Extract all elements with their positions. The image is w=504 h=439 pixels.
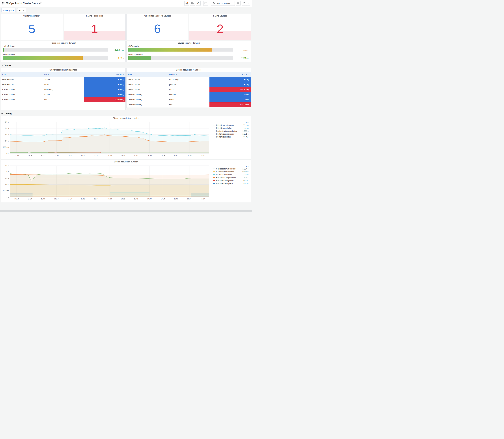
legend-item[interactable]: Kustomization/podinfo1.071 s [213,133,248,135]
refresh-button[interactable] [242,1,246,6]
chart-row-2: Source acquisition duration 0 s500 ms1.0… [0,159,252,202]
svg-text:2.0 s: 2.0 s [5,171,9,173]
series-color-marker [213,180,215,181]
table-row: KustomizationmonitoringReady [1,87,125,92]
bar-gauge-helmrelease: HelmRelease 43.6ms [3,45,124,51]
panel-title[interactable]: Kubernetes Manifests Sources [126,14,188,18]
status-badge: Ready [209,77,251,82]
status-badge: Ready [84,92,125,97]
panel-cluster-reconciliation-duration: Cluster reconciliation duration 0 s500 m… [1,116,251,159]
series-avg-value: 108 ms [243,179,248,182]
gauge-label: HelmRelease [3,45,124,47]
svg-text:2.0 s: 2.0 s [5,127,9,129]
section-row-timing[interactable]: Timing [1,112,251,115]
svg-text:16:05: 16:05 [174,154,178,156]
table-row: KustomizationpodinfoReady [1,92,125,97]
status-badge: Not Ready [84,97,125,102]
cell-name: test [43,97,84,102]
column-header-kind[interactable]: Kind [1,72,43,77]
svg-text:15:53: 15:53 [14,198,19,200]
legend-avg-header[interactable]: avg [213,122,248,123]
series-color-marker [213,174,215,175]
panel-title[interactable]: Source ops avg. duration [126,41,251,45]
cell-kind: HelmRepository [126,102,168,107]
series-color-marker [213,137,215,137]
clock-icon [212,2,215,4]
panel-title[interactable]: Source acquisition readiness [126,68,251,72]
panel-title[interactable]: Reconciler ops avg. duration [1,41,125,45]
zoom-out-button[interactable] [236,1,241,6]
time-series-plot[interactable]: 0 s500 ms1.0 s1.5 s2.0 s2.5 s15:5315:541… [2,121,211,158]
series-color-marker [213,171,215,172]
svg-text:16:01: 16:01 [121,198,125,200]
variable-namespace-label[interactable]: namespace [1,8,15,12]
cycle-view-mode-button[interactable] [203,1,208,6]
series-avg-value: 1.071 s [243,133,248,135]
legend-item[interactable]: GitRepository/podinfo980 ms [213,170,248,173]
svg-text:16:04: 16:04 [161,198,165,200]
column-header-status[interactable]: Status [84,72,125,77]
legend-avg-header[interactable]: avg [213,165,248,167]
panel-title[interactable]: Cluster Reconcilers [1,14,63,18]
column-header-name[interactable]: Name [43,72,84,77]
time-series-plot[interactable]: 0 s500 ms1.0 s1.5 s2.0 s2.5 s15:5315:541… [2,164,211,201]
apps-grid-icon[interactable] [2,2,5,5]
cell-kind: GitRepository [126,87,168,92]
dashboard-variables: namespace All [0,7,252,14]
readiness-table: Kind Name Status GitRepositorymonitoring… [126,72,251,107]
legend-item[interactable]: HelmRepository/bitnami1.695 s [213,176,248,179]
gauge-track [128,48,233,51]
legend-item[interactable]: HelmRelease/minio16 ms [213,127,248,130]
status-badge: Ready [209,92,251,97]
legend-item[interactable]: HelmRelease/contour71 ms [213,124,248,127]
dashboard-settings-button[interactable]: ⚙ [196,1,201,6]
series-color-marker [213,125,215,125]
variable-namespace-value: All [19,9,21,12]
dashboard-header: GitOps Toolkit Cluster Stats ⚙ Last 15 m… [0,0,252,7]
panel-title[interactable]: Source acquisition duration [1,160,251,164]
svg-text:16:03: 16:03 [147,198,151,200]
panel-title[interactable]: Failing Sources [189,14,251,18]
panel-title[interactable]: Cluster reconciliation duration [1,116,251,120]
section-row-status[interactable]: Status [1,64,251,67]
time-range-picker[interactable]: Last 15 minutes [211,1,235,6]
legend-item[interactable]: Kustomization/monitoring1.605 s [213,130,248,133]
share-icon[interactable] [39,2,41,4]
svg-text:16:06: 16:06 [187,154,191,156]
cell-kind: HelmRepository [126,97,168,102]
series-color-marker [213,128,215,128]
svg-text:16:07: 16:07 [201,154,205,156]
panel-title[interactable]: Failing Reconcilers [64,14,125,18]
stat-value: 5 [28,23,35,35]
refresh-interval-dropdown[interactable] [246,1,250,6]
chevron-down-icon [1,64,3,66]
table-row: KustomizationtestNot Ready [1,97,125,102]
variable-namespace-select[interactable]: All [17,8,26,12]
filter-icon [7,73,9,75]
series-name: HelmRelease/minio [216,127,244,129]
bar-gauge-helmrepository: HelmRepository 879ms [128,54,249,60]
series-avg-value: 71 ms [244,124,248,126]
svg-text:15:57: 15:57 [68,198,72,200]
legend-item[interactable]: Kustomization/test84 ms [213,135,248,138]
column-header-status[interactable]: Status [209,72,251,77]
svg-text:16:06: 16:06 [187,198,191,200]
series-name: Kustomization/monitoring [216,130,243,132]
svg-text:2.5 s: 2.5 s [5,165,9,166]
column-header-kind[interactable]: Kind [126,72,168,77]
add-panel-button[interactable] [184,1,189,6]
panel-title[interactable]: Cluster reconciliation readiness [1,68,125,72]
cell-name: podinfo [43,92,84,97]
series-avg-value: 338 ms [243,174,248,176]
column-header-name[interactable]: Name [168,72,209,77]
legend-item[interactable]: GitRepository/test2338 ms [213,173,248,176]
legend-item[interactable]: HelmRepository/minio108 ms [213,179,248,182]
save-dashboard-button[interactable] [190,1,195,6]
dashboard-title[interactable]: GitOps Toolkit Cluster Stats [6,2,38,5]
gauge-track [3,56,108,60]
legend-item[interactable]: GitRepository/monitoring1.594 s [213,167,248,170]
gauge-value: 1.2s [235,48,249,51]
gauge-fill [128,56,151,60]
legend-item[interactable]: HelmRepository/test289 ms [213,182,248,185]
svg-text:15:53: 15:53 [14,154,19,156]
